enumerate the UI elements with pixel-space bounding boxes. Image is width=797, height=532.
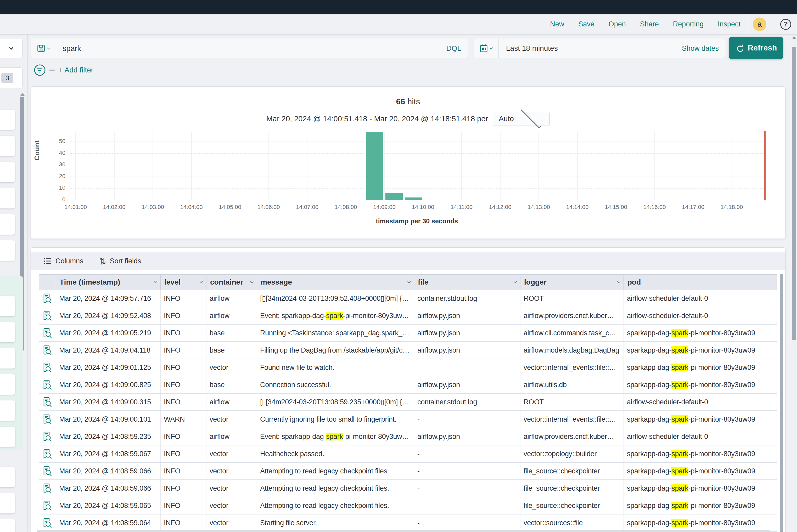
page-scrollbar-thumb[interactable]	[792, 47, 796, 340]
column-header-level[interactable]: level	[161, 274, 206, 290]
sort-fields-button[interactable]: Sort fields	[99, 257, 141, 265]
field-item[interactable]	[0, 136, 15, 156]
quick-select-button[interactable]	[474, 39, 499, 58]
column-header-pod[interactable]: pod	[624, 274, 777, 290]
cell-text: INFO	[164, 502, 180, 510]
histogram-bar[interactable]	[366, 132, 383, 200]
column-header-message[interactable]: message	[257, 274, 414, 290]
page-scrollbar[interactable]	[791, 34, 797, 532]
field-item[interactable]	[0, 426, 15, 447]
field-item[interactable]	[0, 322, 15, 342]
filter-icon[interactable]	[34, 64, 46, 76]
cell-message: Event: sparkapp-dag-spark-pi-monitor-80y…	[257, 428, 414, 445]
expand-row-button[interactable]	[39, 428, 56, 445]
table-vertical-scrollbar[interactable]	[780, 274, 783, 532]
highlighted-term: spark	[671, 415, 688, 423]
field-item[interactable]	[0, 467, 15, 487]
column-header-logger[interactable]: logger	[520, 274, 624, 290]
expand-row-button[interactable]	[39, 325, 56, 341]
refresh-button[interactable]: Refresh	[729, 37, 783, 59]
field-item[interactable]	[0, 493, 15, 513]
y-gridline	[70, 176, 764, 177]
cell-file: container.stdout.log	[414, 290, 520, 307]
time-range-value[interactable]: Last 18 minutes	[499, 44, 682, 53]
expand-row-button[interactable]	[39, 394, 56, 411]
x-gridline	[731, 132, 732, 200]
cell-text: Mar 20, 2024 @ 14:09:04.118	[59, 346, 150, 355]
expand-row-button[interactable]	[39, 342, 56, 359]
scroll-up-icon[interactable]	[792, 36, 796, 39]
cell-message: Attempting to read legacy checkpoint fil…	[257, 463, 414, 479]
histogram-bar[interactable]	[405, 197, 422, 200]
column-header-container[interactable]: container	[206, 274, 257, 290]
menu-item-new[interactable]: New	[550, 20, 564, 28]
menu-item-save[interactable]: Save	[578, 20, 594, 28]
refresh-icon	[735, 43, 744, 52]
x-gridline	[423, 132, 423, 200]
column-header-file[interactable]: file	[414, 274, 520, 290]
interval-select[interactable]: Auto	[493, 112, 550, 126]
field-item[interactable]	[0, 348, 15, 368]
menu-item-inspect[interactable]: Inspect	[718, 20, 740, 28]
columns-button[interactable]: Columns	[44, 257, 84, 265]
avatar[interactable]: a	[753, 18, 766, 31]
show-dates-button[interactable]: Show dates	[682, 44, 725, 53]
table-row: Mar 20, 2024 @ 14:09:00.825INFObaseConne…	[39, 376, 777, 394]
x-gridline	[152, 132, 153, 200]
sort-fields-label: Sort fields	[110, 257, 141, 265]
field-item[interactable]: ✕	[0, 188, 15, 208]
field-item[interactable]	[0, 296, 15, 316]
search-input[interactable]: spark	[56, 44, 446, 53]
list-icon	[44, 258, 52, 265]
cell-text: Mar 20, 2024 @ 14:09:05.219	[59, 329, 151, 337]
table-row: Mar 20, 2024 @ 14:09:57.716INFOairflow[▯…	[39, 290, 777, 307]
field-item[interactable]	[0, 110, 15, 130]
menu-item-reporting[interactable]: Reporting	[673, 20, 704, 28]
help-icon[interactable]: ?	[780, 19, 791, 30]
cell-text: vector	[209, 502, 228, 510]
cell-text: file_source::checkpointer	[523, 467, 600, 475]
field-item[interactable]	[0, 400, 15, 421]
histogram-bar[interactable]	[385, 193, 403, 200]
field-item[interactable]	[0, 240, 15, 261]
table-row: Mar 20, 2024 @ 14:08:59.235INFOairflowEv…	[39, 428, 777, 445]
expand-row-button[interactable]	[39, 290, 56, 307]
cell-text: INFO	[164, 294, 180, 303]
table-horizontal-scrollbar[interactable]	[37, 530, 770, 532]
menu-item-open[interactable]: Open	[609, 20, 626, 28]
expand-row-button[interactable]	[39, 411, 56, 428]
expand-row-button[interactable]	[39, 359, 56, 376]
inspect-document-icon	[43, 483, 52, 493]
query-language-button[interactable]: DQL	[446, 44, 468, 53]
cell-text: Attempting to read legacy checkpoint fil…	[260, 484, 389, 493]
column-header-time-timestamp-[interactable]: Time (timestamp)	[56, 274, 161, 290]
cell-message: Currently ignoring file too small to fin…	[257, 411, 414, 428]
add-filter-button[interactable]: + Add filter	[59, 66, 93, 74]
expand-row-button[interactable]	[39, 497, 56, 514]
cell-file: -	[414, 445, 520, 462]
expand-row-button[interactable]	[39, 376, 56, 393]
remove-field-icon[interactable]: ✕	[0, 193, 1, 204]
cell-container: base	[206, 325, 257, 341]
field-item[interactable]	[0, 214, 15, 234]
table-header-row: Time (timestamp)levelcontainermessagefil…	[39, 274, 777, 290]
x-tick-label: 14:06:00	[251, 204, 287, 211]
expand-row-button[interactable]	[39, 480, 56, 497]
expand-row-button[interactable]	[39, 514, 56, 531]
field-item[interactable]	[0, 519, 15, 532]
field-item[interactable]	[0, 162, 15, 182]
sidebar-scroll-up-icon[interactable]	[20, 93, 24, 96]
expand-row-button[interactable]	[39, 445, 56, 462]
expand-row-button[interactable]	[39, 307, 56, 324]
cell-text: INFO	[164, 329, 180, 337]
saved-queries-button[interactable]	[31, 39, 56, 58]
cell-level: INFO	[161, 445, 206, 462]
cell-message: Starting file server.	[257, 514, 414, 531]
histogram-plot[interactable]: 14:01:0014:02:0014:03:0014:04:0014:05:00…	[70, 132, 764, 200]
index-pattern-collapse[interactable]	[0, 39, 22, 58]
expand-row-button[interactable]	[39, 463, 56, 479]
field-item[interactable]	[0, 374, 15, 395]
menu-item-share[interactable]: Share	[640, 20, 659, 28]
x-gridline	[461, 132, 462, 200]
column-header-label: pod	[627, 278, 641, 286]
